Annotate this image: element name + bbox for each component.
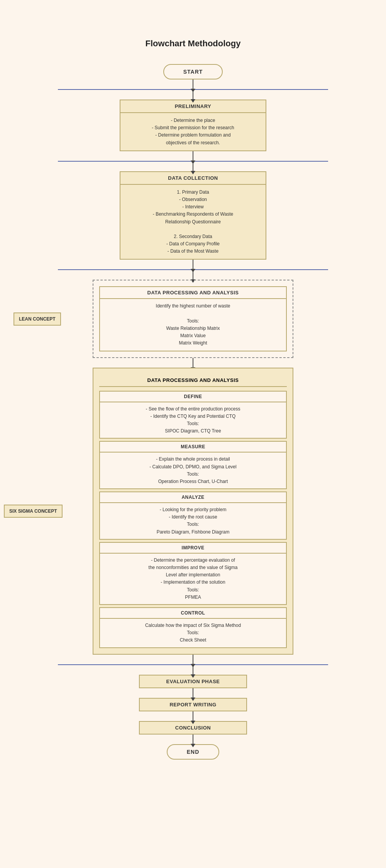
sigma-control-body: Calculate how the impact of Six Sigma Me… <box>100 619 286 647</box>
sigma-wrapper: SIX SIGMA CONCEPT DATA PROCESSING AND AN… <box>58 368 328 655</box>
sigma-measure-section: MEASURE - Explain the whole process in d… <box>99 441 287 489</box>
preliminary-box: PRELIMINARY - Determine the place - Subm… <box>120 100 266 151</box>
sigma-control-section: CONTROL Calculate how the impact of Six … <box>99 607 287 648</box>
sigma-sections: DEFINE - See the flow of the entire prod… <box>99 391 287 648</box>
sigma-analyze-header: ANALYZE <box>100 492 286 503</box>
sigma-define-section: DEFINE - See the flow of the entire prod… <box>99 391 287 439</box>
arrow-line-to-evaluation <box>193 665 193 675</box>
arrow-conclusion-to-end <box>193 735 193 744</box>
sigma-define-header: DEFINE <box>100 392 286 402</box>
arrow-line-to-preliminary <box>193 90 193 100</box>
sigma-concept-box: DATA PROCESSING AND ANALYSIS DEFINE - Se… <box>93 368 293 655</box>
sigma-measure-body: - Explain the whole process in detail - … <box>100 453 286 488</box>
sigma-analyze-body: - Looking for the priority problem - Ide… <box>100 503 286 539</box>
start-oval: START <box>163 64 223 79</box>
sigma-outer-header: DATA PROCESSING AND ANALYSIS <box>99 374 287 387</box>
arrow-datacollection-to-line <box>193 260 193 269</box>
sigma-improve-body: - Determine the percentage evaluation of… <box>100 554 286 604</box>
sigma-measure-header: MEASURE <box>100 442 286 453</box>
arrow-start-to-line <box>193 79 193 89</box>
sigma-define-body: - See the flow of the entire production … <box>100 402 286 438</box>
arrow-report-to-conclusion <box>193 711 193 721</box>
lean-wrapper: LEAN CONCEPT DATA PROCESSING AND ANALYSI… <box>58 280 328 358</box>
preliminary-body: - Determine the place - Submit the permi… <box>120 113 266 150</box>
lean-concept-box: DATA PROCESSING AND ANALYSIS Identify th… <box>93 280 293 358</box>
data-collection-body: 1. Primary Data - Observation - Intervie… <box>120 185 266 259</box>
lean-inner-header: DATA PROCESSING AND ANALYSIS <box>100 287 286 299</box>
sigma-improve-header: IMPROVE <box>100 543 286 554</box>
arrow-evaluation-to-report <box>193 688 193 698</box>
sigma-control-header: CONTROL <box>100 608 286 619</box>
sigma-concept-label: SIX SIGMA CONCEPT <box>4 505 63 518</box>
arrow-sigma-to-line <box>193 655 193 664</box>
lean-inner-body: Identify the highest number of waste Too… <box>100 299 286 350</box>
arrow-preliminary-to-line <box>193 151 193 161</box>
sigma-analyze-section: ANALYZE - Looking for the priority probl… <box>99 491 287 540</box>
arrow-line-to-datacollection <box>193 162 193 171</box>
lean-concept-label: LEAN CONCEPT <box>14 312 61 326</box>
arrow-lean-to-sigma <box>193 358 193 368</box>
arrow-line-to-lean <box>193 270 193 280</box>
lean-inner-box: DATA PROCESSING AND ANALYSIS Identify th… <box>99 286 287 351</box>
sigma-improve-section: IMPROVE - Determine the percentage evalu… <box>99 542 287 605</box>
data-collection-box: DATA COLLECTION 1. Primary Data - Observ… <box>120 171 266 260</box>
page-title: Flowchart Methodology <box>146 39 241 49</box>
